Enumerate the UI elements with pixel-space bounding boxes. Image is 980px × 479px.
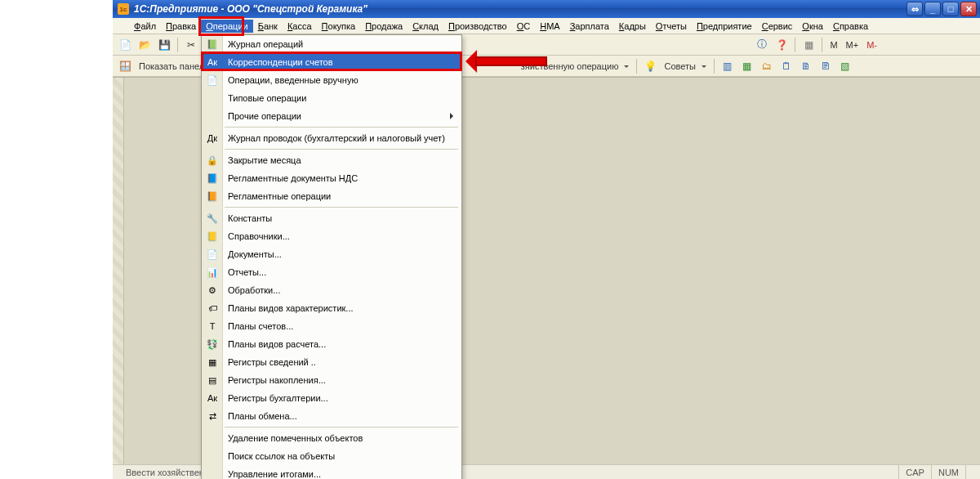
tb-icon-4[interactable]: 🗒 xyxy=(777,57,795,75)
new-doc-icon[interactable]: 📄 xyxy=(116,36,134,54)
calc-type-plans-icon: 💱 xyxy=(206,338,219,351)
menu-item-calc-type-plans[interactable]: 💱Планы видов расчета... xyxy=(202,335,461,353)
menu-операции[interactable]: Операции xyxy=(201,20,252,33)
menu-item-label: Планы видов характеристик... xyxy=(228,303,354,313)
submenu-arrow-icon xyxy=(450,113,457,119)
menu-item-acct-registers[interactable]: АкРегистры бухгалтерии... xyxy=(202,389,461,407)
menu-separator xyxy=(225,127,458,128)
menu-separator xyxy=(225,149,458,150)
delete-marked-icon xyxy=(206,432,219,445)
cut-icon[interactable]: ✂ xyxy=(182,36,200,54)
tb-icon-7[interactable]: ▧ xyxy=(836,57,854,75)
manual-ops-icon: 📄 xyxy=(206,74,219,87)
menu-отчеты[interactable]: Отчеты xyxy=(651,20,692,33)
menu-зарплата[interactable]: Зарплата xyxy=(565,20,614,33)
menu-item-postings-journal[interactable]: ДкЖурнал проводок (бухгалтерский и налог… xyxy=(202,129,461,147)
menu-касса[interactable]: Касса xyxy=(283,20,317,33)
help-icon[interactable]: ❓ xyxy=(773,36,791,54)
maximize-button[interactable]: □ xyxy=(942,2,959,16)
menu-item-other-ops[interactable]: Прочие операции xyxy=(202,107,461,125)
mem-mplus[interactable]: M+ xyxy=(843,40,862,50)
status-cap: CAP xyxy=(898,465,931,479)
status-num: NUM xyxy=(931,465,965,479)
menu-item-corr-accounts[interactable]: АкКорреспонденции счетов xyxy=(202,53,461,71)
menu-item-label: Константы xyxy=(228,213,272,223)
close-button[interactable]: ✕ xyxy=(960,2,977,16)
save-icon[interactable]: 💾 xyxy=(155,36,173,54)
menu-item-char-type-plans[interactable]: 🏷Планы видов характеристик... xyxy=(202,299,461,317)
menu-item-accum-registers[interactable]: ▤Регистры накопления... xyxy=(202,371,461,389)
menu-покупка[interactable]: Покупка xyxy=(317,20,361,33)
menu-item-exchange-plans[interactable]: ⇄Планы обмена... xyxy=(202,407,461,425)
menu-item-reports[interactable]: 📊Отчеты... xyxy=(202,263,461,281)
menu-item-month-close[interactable]: 🔒Закрытие месяца xyxy=(202,151,461,169)
menu-item-catalogs[interactable]: 📒Справочники... xyxy=(202,227,461,245)
account-plans-icon: Т xyxy=(206,320,219,333)
menu-предприятие[interactable]: Предприятие xyxy=(692,20,757,33)
postings-journal-icon: Дк xyxy=(206,132,219,145)
menu-separator xyxy=(225,207,458,208)
menu-item-label: Удаление помеченных объектов xyxy=(228,433,363,443)
menu-item-reg-docs-vat[interactable]: 📘Регламентные документы НДС xyxy=(202,169,461,187)
menu-файл[interactable]: Файл xyxy=(129,20,161,33)
info-icon[interactable]: ⓘ xyxy=(753,36,771,54)
menu-окна[interactable]: Окна xyxy=(797,20,828,33)
menu-склад[interactable]: Склад xyxy=(408,20,443,33)
menu-item-label: Регламентные документы НДС xyxy=(228,173,358,183)
acct-registers-icon: Ак xyxy=(206,392,219,405)
tb-icon-3[interactable]: 🗂 xyxy=(758,57,776,75)
menu-item-label: Регистры накопления... xyxy=(228,375,326,385)
exchange-plans-icon: ⇄ xyxy=(206,410,219,423)
tips-button[interactable]: Советы xyxy=(661,61,709,71)
tb-icon-2[interactable]: ▦ xyxy=(738,57,756,75)
menu-item-label: Типовые операции xyxy=(228,93,306,103)
accum-registers-icon: ▤ xyxy=(206,374,219,387)
tb-icon-5[interactable]: 🗎 xyxy=(797,57,815,75)
menu-нма[interactable]: НМА xyxy=(535,20,564,33)
journal-ops-icon: 📗 xyxy=(206,38,219,51)
menu-item-delete-marked[interactable]: Удаление помеченных объектов xyxy=(202,429,461,447)
menu-item-account-plans[interactable]: ТПланы счетов... xyxy=(202,317,461,335)
tb-icon-6[interactable]: 🖹 xyxy=(817,57,835,75)
calc-small-icon[interactable]: ▦ xyxy=(800,36,817,54)
menu-item-reg-ops[interactable]: 📙Регламентные операции xyxy=(202,187,461,205)
menu-правка[interactable]: Правка xyxy=(161,20,201,33)
menu-item-manual-ops[interactable]: 📄Операции, введенные вручную xyxy=(202,71,461,89)
menu-item-constants[interactable]: 🔧Константы xyxy=(202,209,461,227)
menu-item-info-registers[interactable]: ▦Регистры сведений .. xyxy=(202,353,461,371)
open-icon[interactable]: 📂 xyxy=(136,36,154,54)
menu-item-documents[interactable]: 📄Документы... xyxy=(202,245,461,263)
catalogs-icon: 📒 xyxy=(206,230,219,243)
menu-справка[interactable]: Справка xyxy=(828,20,873,33)
menu-item-label: Журнал проводок (бухгалтерский и налогов… xyxy=(228,133,445,143)
tips-icon: 💡 xyxy=(641,57,659,75)
totals-mgmt-icon xyxy=(206,468,219,479)
reg-ops-icon: 📙 xyxy=(206,190,219,203)
menu-банк[interactable]: Банк xyxy=(253,20,283,33)
left-gutter xyxy=(113,78,124,464)
panel-icon[interactable]: 🪟 xyxy=(116,57,134,75)
menu-item-label: Регистры сведений .. xyxy=(228,357,316,367)
mem-mminus[interactable]: M- xyxy=(863,40,880,50)
reports-icon: 📊 xyxy=(206,266,219,279)
menu-item-typical-ops[interactable]: Типовые операции xyxy=(202,89,461,107)
menu-item-journal-ops[interactable]: 📗Журнал операций xyxy=(202,35,461,53)
sync-button[interactable]: ⇔ xyxy=(906,2,923,16)
menu-ос[interactable]: ОС xyxy=(512,20,536,33)
char-type-plans-icon: 🏷 xyxy=(206,302,219,315)
menu-item-label: Справочники... xyxy=(228,231,290,241)
menu-сервис[interactable]: Сервис xyxy=(757,20,798,33)
tb-icon-1[interactable]: ▥ xyxy=(719,57,737,75)
status-empty xyxy=(965,465,980,479)
menu-item-totals-mgmt[interactable]: Управление итогами... xyxy=(202,465,461,479)
menu-производство[interactable]: Производство xyxy=(443,20,512,33)
menu-кадры[interactable]: Кадры xyxy=(614,20,651,33)
menu-item-processings[interactable]: ⚙Обработки... xyxy=(202,281,461,299)
mem-m[interactable]: M xyxy=(826,40,840,50)
enter-op-button[interactable]: зяйственную операцию xyxy=(518,61,633,71)
minimize-button[interactable]: _ xyxy=(924,2,941,16)
typical-ops-icon xyxy=(206,92,219,105)
menu-продажа[interactable]: Продажа xyxy=(360,20,408,33)
menu-item-find-refs[interactable]: Поиск ссылок на объекты xyxy=(202,447,461,465)
menu-item-label: Прочие операции xyxy=(228,111,301,121)
